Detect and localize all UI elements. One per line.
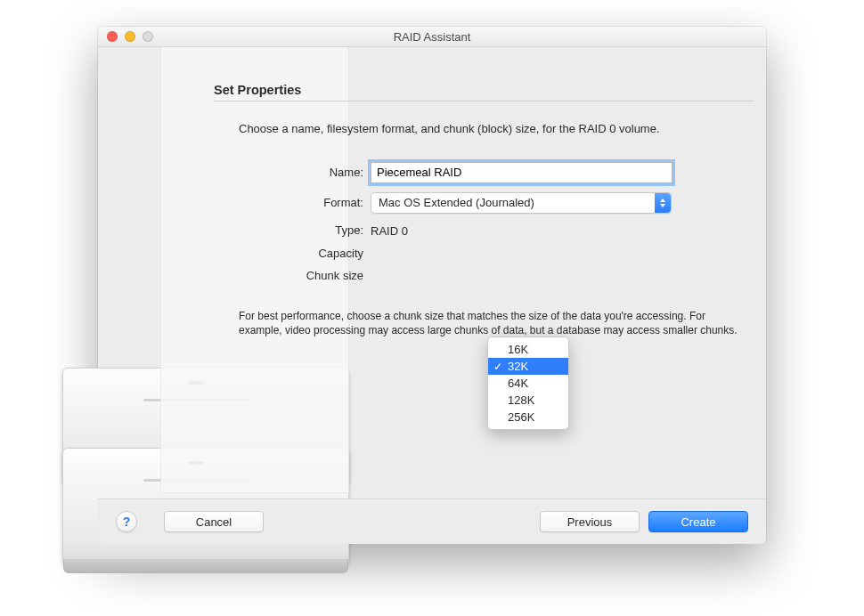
chevrons-icon [655,193,671,213]
footer: ? Cancel Previous Create [98,498,766,544]
name-input[interactable] [371,162,672,183]
close-icon[interactable] [107,31,118,42]
window-controls [98,31,153,42]
divider [214,101,754,101]
minimize-icon[interactable] [125,31,135,42]
format-label: Format: [239,196,371,209]
titlebar: RAID Assistant [98,27,766,47]
chunk-size-popover[interactable]: 16K 32K 64K 128K 256K [487,336,569,430]
panel-heading: Set Properties [214,83,754,97]
performance-hint: For best performance, choose a chunk siz… [214,291,754,337]
format-value: Mac OS Extended (Journaled) [379,196,534,209]
chunk-size-label: Chunk size [239,269,371,282]
raid-assistant-window: RAID Assistant Set Properties Choose a n… [98,27,766,543]
panel-intro: Choose a name, filesystem format, and ch… [214,121,754,137]
name-label: Name: [239,166,371,179]
previous-button[interactable]: Previous [540,511,640,532]
create-button[interactable]: Create [648,511,748,532]
capacity-label: Capacity [239,247,371,260]
window-title: RAID Assistant [98,30,766,44]
type-value: RAID 0 [371,223,408,238]
chunk-option-16k[interactable]: 16K [488,341,568,358]
chunk-option-128k[interactable]: 128K [488,392,568,409]
cancel-button[interactable]: Cancel [164,511,264,532]
zoom-icon [143,31,153,42]
chunk-option-32k[interactable]: 32K [488,358,568,375]
type-label: Type: [239,223,371,237]
chunk-option-256k[interactable]: 256K [488,409,568,426]
properties-panel: Set Properties Choose a name, filesystem… [214,83,754,337]
format-select[interactable]: Mac OS Extended (Journaled) [371,192,672,214]
help-button[interactable]: ? [116,511,137,532]
chunk-option-64k[interactable]: 64K [488,375,568,392]
